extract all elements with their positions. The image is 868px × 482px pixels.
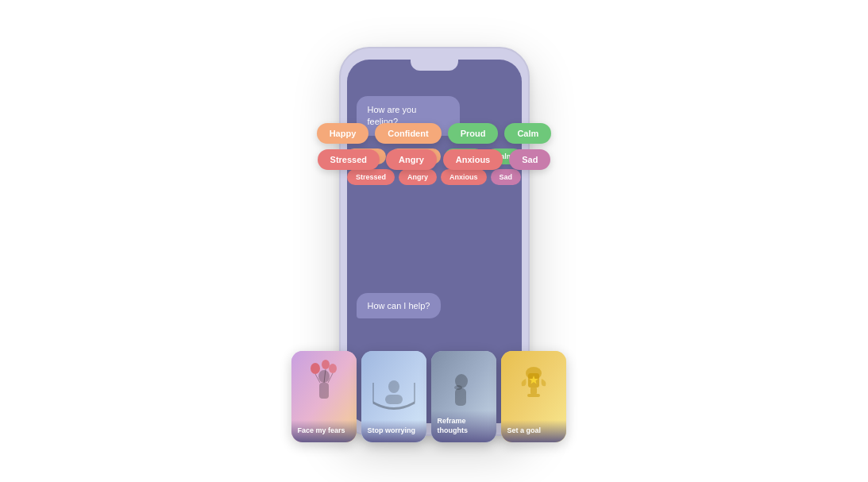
svg-point-5 xyxy=(329,364,337,373)
card-reframe-label: Reframe thoughts xyxy=(431,411,496,442)
card-worrying-label: Stop worrying xyxy=(361,420,426,442)
svg-point-17 xyxy=(454,385,462,390)
pill-confident[interactable]: Confident xyxy=(390,148,441,164)
action-card-fears[interactable]: Face my fears xyxy=(291,351,357,442)
pill-angry[interactable]: Angry xyxy=(399,169,437,185)
svg-point-10 xyxy=(388,380,399,393)
scene: How are you feeling? Happy Confident Pro… xyxy=(0,0,868,482)
action-cards-container: Face my fears xyxy=(291,351,577,442)
svg-rect-21 xyxy=(530,388,537,394)
chat-bubble-help: How can I help? xyxy=(357,293,442,318)
svg-rect-13 xyxy=(385,395,403,404)
phone-notch xyxy=(411,60,458,71)
svg-point-4 xyxy=(322,360,330,369)
chat-bubble-feeling: How are you feeling? xyxy=(357,96,460,137)
action-card-reframe[interactable]: Reframe thoughts xyxy=(431,351,496,442)
pill-happy[interactable]: Happy xyxy=(347,148,386,164)
action-card-goal[interactable]: Set a goal xyxy=(501,351,566,442)
action-card-worrying[interactable]: Stop worrying xyxy=(361,351,426,442)
card-fears-label: Face my fears xyxy=(291,420,357,442)
svg-point-3 xyxy=(311,363,320,374)
phone-shell: How are you feeling? Happy Confident Pro… xyxy=(339,47,530,436)
feelings-row-2: Stressed Angry Anxious Sad xyxy=(347,169,521,185)
svg-rect-16 xyxy=(455,388,466,406)
pill-sad[interactable]: Sad xyxy=(491,169,522,185)
pill-stressed[interactable]: Stressed xyxy=(347,169,395,185)
feelings-pills-section: Happy Confident Proud Calm Stressed Angr… xyxy=(357,148,512,185)
pill-proud[interactable]: Proud xyxy=(445,148,483,164)
pill-calm[interactable]: Calm xyxy=(487,148,522,164)
svg-rect-2 xyxy=(319,383,329,399)
svg-rect-22 xyxy=(527,394,540,397)
card-goal-label: Set a goal xyxy=(501,420,566,442)
pill-anxious[interactable]: Anxious xyxy=(441,169,487,185)
feelings-row-1: Happy Confident Proud Calm xyxy=(347,148,522,164)
